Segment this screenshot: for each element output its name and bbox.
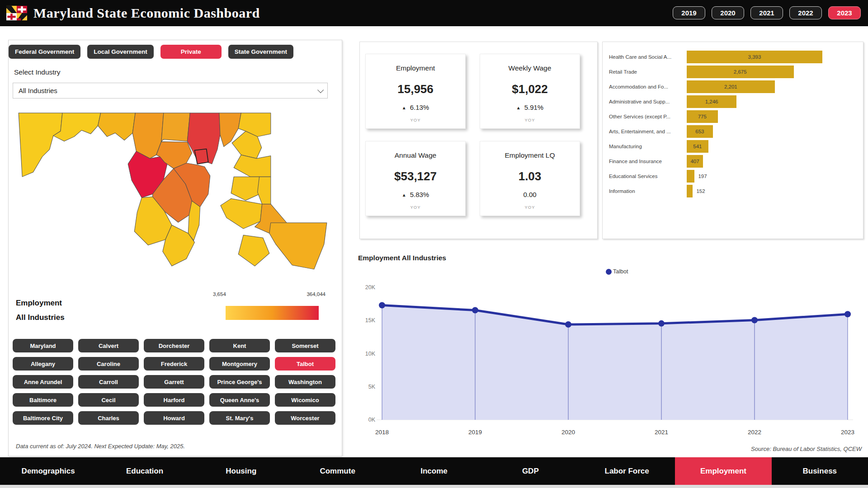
county-button-charles[interactable]: Charles xyxy=(78,411,139,425)
legend-dot-icon xyxy=(606,269,612,275)
header-bar: Maryland State Economic Dashboard 201920… xyxy=(0,0,868,26)
y-axis-tick: 5K xyxy=(368,384,376,390)
chevron-down-icon xyxy=(317,86,324,93)
county-button-queen-anne-s[interactable]: Queen Anne's xyxy=(209,393,270,407)
year-button-2019[interactable]: 2019 xyxy=(673,6,705,19)
bar-category-label: Administrative and Supp... xyxy=(609,99,687,104)
county-button-wicomico[interactable]: Wicomico xyxy=(275,393,335,407)
bar-category-label: Accommodation and Fo... xyxy=(609,84,687,89)
bar-value-label: 775 xyxy=(698,114,707,119)
county-button-worcester[interactable]: Worcester xyxy=(275,411,335,425)
nav-tab-housing[interactable]: Housing xyxy=(193,457,289,485)
x-axis-tick: 2020 xyxy=(561,429,575,436)
year-filter-group: 20192020202120222023 xyxy=(673,6,861,19)
county-button-anne-arundel[interactable]: Anne Arundel xyxy=(13,375,73,389)
county-button-cecil[interactable]: Cecil xyxy=(78,393,139,407)
employment-line-chart: Employment All Industries Talbot 0K5K10K… xyxy=(357,251,864,447)
kpi-change: ▲6.13% xyxy=(366,103,465,111)
year-button-2022[interactable]: 2022 xyxy=(789,6,822,19)
county-button-somerset[interactable]: Somerset xyxy=(275,339,335,352)
nav-tab-employment[interactable]: Employment xyxy=(675,457,771,485)
bar-category-label: Other Services (except P... xyxy=(609,114,687,119)
county-button-prince-george-s[interactable]: Prince George's xyxy=(209,375,270,389)
bar-category-label: Retail Trade xyxy=(609,69,687,75)
ownership-button-local-government[interactable]: Local Government xyxy=(87,45,154,59)
bar-track: 1,246 xyxy=(687,95,863,108)
kpi-title: Employment LQ xyxy=(480,151,580,160)
county-button-allegany[interactable]: Allegany xyxy=(13,357,73,371)
county-button-howard[interactable]: Howard xyxy=(144,411,204,425)
map-county-talbot[interactable] xyxy=(231,177,262,200)
map-county-caroline[interactable] xyxy=(258,177,271,204)
industry-dropdown[interactable]: All Industries xyxy=(13,83,328,99)
horizontal-scrollbar[interactable] xyxy=(0,485,868,488)
county-button-dorchester[interactable]: Dorchester xyxy=(144,339,204,352)
county-button-baltimore[interactable]: Baltimore xyxy=(13,393,73,407)
nav-tab-income[interactable]: Income xyxy=(386,457,482,485)
map-county-somerset[interactable] xyxy=(238,235,269,266)
bar-row: Information152 xyxy=(609,183,863,198)
bar-row: Retail Trade2,675 xyxy=(609,64,863,79)
county-button-carroll[interactable]: Carroll xyxy=(78,375,139,389)
ownership-button-private[interactable]: Private xyxy=(160,45,222,59)
county-button-talbot[interactable]: Talbot xyxy=(275,357,335,371)
nav-tab-commute[interactable]: Commute xyxy=(289,457,386,485)
ownership-button-federal-government[interactable]: Federal Government xyxy=(9,45,80,59)
kpi-card-weekly-wage: Weekly Wage$1,022▲5.91%YOY xyxy=(480,54,580,129)
maryland-map[interactable] xyxy=(13,107,332,286)
bar-value-label: 653 xyxy=(695,129,704,134)
bar-row: Arts, Entertainment, and ...653 xyxy=(609,124,863,139)
nav-tab-demographics[interactable]: Demographics xyxy=(0,457,96,485)
map-county-dorchester[interactable] xyxy=(221,199,262,229)
county-button-calvert[interactable]: Calvert xyxy=(78,339,139,352)
area-fill xyxy=(382,305,848,420)
up-arrow-icon: ▲ xyxy=(402,192,406,197)
year-button-2023[interactable]: 2023 xyxy=(828,6,861,19)
bar-track: 152 xyxy=(687,185,863,197)
map-county-queen-annes[interactable] xyxy=(234,155,271,177)
kpi-value: 15,956 xyxy=(366,82,465,96)
county-button-garrett[interactable]: Garrett xyxy=(144,375,204,389)
county-filter-grid: MarylandCalvertDorchesterKentSomersetAll… xyxy=(13,339,335,425)
ownership-button-state-government[interactable]: State Government xyxy=(228,45,293,59)
bar-category-label: Manufacturing xyxy=(609,144,687,149)
map-county-garrett[interactable] xyxy=(19,113,62,177)
y-axis-tick: 0K xyxy=(368,417,376,423)
year-button-2020[interactable]: 2020 xyxy=(712,6,744,19)
map-county-carroll[interactable] xyxy=(161,113,190,142)
page-title: Maryland State Economic Dashboard xyxy=(33,5,260,21)
data-point-marker xyxy=(844,311,851,317)
kpi-change-value: 5.83% xyxy=(410,191,429,198)
nav-tab-education[interactable]: Education xyxy=(96,457,193,485)
bar-track: 541 xyxy=(687,140,863,153)
year-button-2021[interactable]: 2021 xyxy=(750,6,783,19)
map-county-washington[interactable] xyxy=(98,113,136,141)
nav-tab-labor-force[interactable]: Labor Force xyxy=(579,457,675,485)
bar[interactable] xyxy=(687,185,693,197)
county-button-baltimore-city[interactable]: Baltimore City xyxy=(13,411,73,425)
line-chart-legend[interactable]: Talbot xyxy=(606,268,628,275)
y-axis-tick: 10K xyxy=(365,351,376,357)
county-button-caroline[interactable]: Caroline xyxy=(78,357,139,371)
source-note: Source: Bureau of Labor Statistics, QCEW xyxy=(751,446,862,452)
nav-tab-gdp[interactable]: GDP xyxy=(482,457,579,485)
nav-tab-business[interactable]: Business xyxy=(772,457,868,485)
line-chart-title: Employment All Industries xyxy=(358,254,446,262)
bottom-navbar: DemographicsEducationHousingCommuteIncom… xyxy=(0,457,868,485)
county-button-montgomery[interactable]: Montgomery xyxy=(209,357,270,371)
bar[interactable] xyxy=(687,170,694,183)
county-button-st-mary-s[interactable]: St. Mary's xyxy=(209,411,270,425)
map-county-baltimore-city[interactable] xyxy=(194,149,208,164)
map-county-worcester[interactable] xyxy=(269,223,327,269)
county-button-frederick[interactable]: Frederick xyxy=(144,357,204,371)
bar-value-label: 407 xyxy=(690,159,699,164)
industry-dropdown-value: All Industries xyxy=(19,87,317,94)
county-button-washington[interactable]: Washington xyxy=(275,375,335,389)
county-button-harford[interactable]: Harford xyxy=(144,393,204,407)
county-button-maryland[interactable]: Maryland xyxy=(13,339,73,352)
kpi-panel: Employment15,956▲6.13%YOYWeekly Wage$1,0… xyxy=(359,42,598,239)
bar-value-label: 2,675 xyxy=(734,69,747,75)
kpi-card-annual-wage: Annual Wage$53,127▲5.83%YOY xyxy=(365,141,466,216)
y-axis-tick: 20K xyxy=(365,284,376,291)
county-button-kent[interactable]: Kent xyxy=(209,339,270,352)
